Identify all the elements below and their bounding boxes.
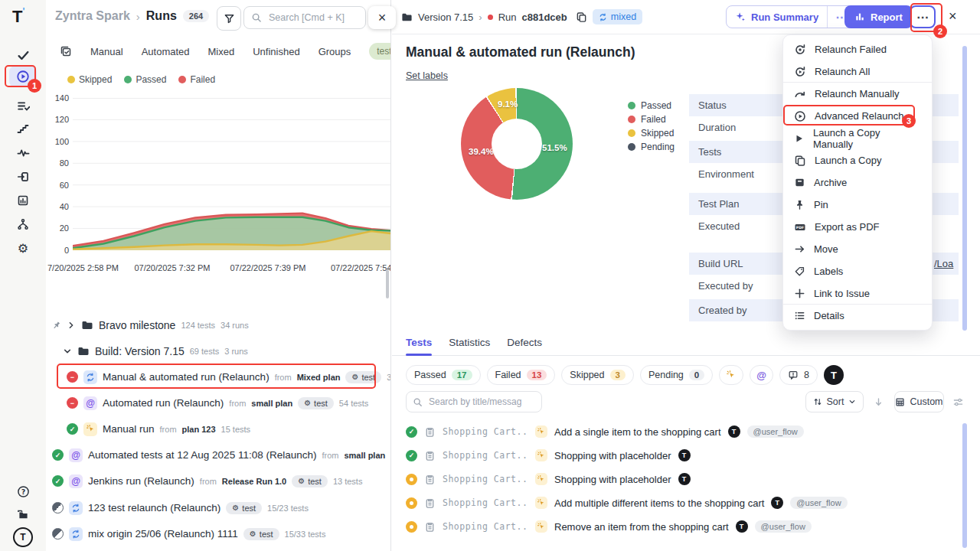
chip-failed[interactable]: Failed13: [487, 365, 556, 385]
test-row[interactable]: ✓ Shopping Cart... Shopping with placeho…: [406, 444, 972, 467]
view-settings-button[interactable]: [949, 391, 966, 412]
runs-search[interactable]: [243, 6, 366, 29]
details-scrollbar[interactable]: [962, 46, 967, 331]
run-version[interactable]: Version 7.15: [418, 11, 473, 23]
test-tag[interactable]: @user_flow: [755, 520, 812, 533]
tree-item-label[interactable]: Build: Version 7.15: [95, 345, 185, 357]
tests-search[interactable]: [406, 391, 542, 412]
suite-name[interactable]: Shopping Cart...: [443, 426, 528, 437]
sidebar-item-pulse[interactable]: [9, 142, 37, 163]
sidebar-item-branches[interactable]: [9, 214, 37, 235]
chip-comments[interactable]: 8: [779, 365, 818, 385]
test-label-badge[interactable]: ⚙test: [345, 371, 381, 383]
test-tag[interactable]: @user_flow: [790, 497, 847, 509]
menu-item-relaunch-all[interactable]: Relaunch All: [783, 60, 932, 83]
chip-skipped[interactable]: Skipped3: [561, 365, 634, 385]
plan-label[interactable]: small plan: [251, 399, 292, 408]
plan-label[interactable]: Release Run 1.0: [222, 477, 286, 486]
suite-name[interactable]: Shopping Cart...: [443, 474, 528, 484]
sort-direction-button[interactable]: [868, 391, 889, 412]
tree-item-label[interactable]: Automated tests at 12 Aug 2025 11:08 (Re…: [88, 449, 316, 461]
test-label-badge[interactable]: ⚙test: [243, 528, 279, 540]
test-row[interactable]: Shopping Cart... Add multiple different …: [406, 491, 972, 514]
select-all-icon[interactable]: [60, 45, 72, 57]
tree-row-run[interactable]: ✓ @ Jenkins run (Relaunch) from Release …: [46, 469, 391, 493]
plan-label[interactable]: small plan: [344, 451, 385, 460]
tab-defects[interactable]: Defects: [507, 337, 542, 348]
build-url-link[interactable]: /Loa: [934, 258, 953, 269]
sidebar-item-milestones[interactable]: [9, 118, 37, 139]
tree-item-label[interactable]: Jenkins run (Relaunch): [88, 475, 194, 487]
test-label-badge[interactable]: ⚙test: [298, 397, 334, 409]
tree-item-label[interactable]: Manual & automated run (Relaunch): [103, 371, 270, 383]
run-summary-button[interactable]: Run Summary: [727, 11, 827, 23]
tests-scrollbar[interactable]: [962, 423, 967, 548]
report-button[interactable]: Report: [844, 5, 913, 28]
chevron-right-icon[interactable]: [67, 321, 76, 330]
tree-row-run[interactable]: ✓ @ Automated tests at 12 Aug 2025 11:08…: [46, 443, 391, 467]
tree-row-run-selected[interactable]: − Manual & automated run (Relaunch) from…: [46, 365, 391, 389]
work-label-badge[interactable]: test work: [369, 43, 391, 60]
menu-item-details[interactable]: Details: [783, 305, 932, 327]
left-panel-scrollbar[interactable]: [386, 269, 389, 298]
sort-button[interactable]: Sort: [805, 391, 864, 412]
tree-item-label[interactable]: mix origin 25/06 (Relaunch) 1111: [88, 528, 238, 540]
copy-icon[interactable]: [576, 11, 587, 23]
tree-row-run[interactable]: − @ Automated run (Relaunch) from small …: [46, 391, 391, 415]
menu-item-relaunch-failed[interactable]: Relaunch Failed: [783, 38, 932, 60]
tree-item-label[interactable]: Manual run: [103, 423, 155, 435]
tree-row-milestone[interactable]: Bravo milestone 124 tests 34 runs: [46, 313, 391, 337]
test-row[interactable]: ✓ Shopping Cart... Add a single item to …: [406, 420, 972, 443]
plan-label[interactable]: Mixed plan: [297, 373, 341, 382]
test-row[interactable]: Shopping Cart... Remove an item from the…: [406, 515, 972, 538]
custom-view-button[interactable]: Custom: [894, 391, 944, 412]
run-more-actions-button[interactable]: ⋯: [910, 5, 936, 28]
tree-item-label[interactable]: Automated run (Relaunch): [103, 397, 224, 409]
sidebar-item-projects[interactable]: [9, 504, 37, 525]
tab-automated[interactable]: Automated: [142, 46, 190, 57]
sidebar-item-help[interactable]: [9, 481, 37, 502]
tree-row-run[interactable]: 123 test relaunch (Relaunch) ⚙test 15/23…: [46, 496, 391, 520]
tab-groups[interactable]: Groups: [318, 46, 351, 57]
tree-row-build[interactable]: Build: Version 7.15 69 tests 3 runs: [46, 339, 391, 363]
menu-item-launch-copy[interactable]: Launch a Copy: [783, 149, 932, 171]
chip-automated-filter[interactable]: @: [750, 365, 773, 385]
tab-statistics[interactable]: Statistics: [449, 337, 490, 348]
chip-pending[interactable]: Pending0: [640, 365, 713, 385]
runs-search-input[interactable]: [267, 11, 358, 24]
sidebar-item-analytics[interactable]: [9, 190, 37, 211]
tree-item-label[interactable]: 123 test relaunch (Relaunch): [88, 502, 220, 514]
set-labels-link[interactable]: Set labels: [406, 70, 448, 81]
menu-item-link-to-issue[interactable]: Link to Issue: [783, 282, 932, 305]
test-title[interactable]: Remove an item from the shopping cart: [554, 521, 729, 533]
tab-mixed[interactable]: Mixed: [208, 46, 235, 57]
tree-row-run[interactable]: ✓ Manual run from plan 123 15 tests: [46, 417, 391, 441]
chevron-down-icon[interactable]: [63, 347, 72, 356]
sidebar-item-settings[interactable]: ⚙: [9, 237, 37, 259]
sidebar-item-plans[interactable]: [9, 95, 37, 116]
menu-item-launch-copy-manually[interactable]: Launch a Copy Manually: [783, 127, 932, 149]
suite-name[interactable]: Shopping Cart...: [443, 497, 528, 508]
menu-item-relaunch-manually[interactable]: Relaunch Manually: [783, 83, 932, 105]
menu-item-archive[interactable]: Archive: [783, 171, 932, 194]
test-label-badge[interactable]: ⚙test: [292, 475, 328, 487]
menu-item-labels[interactable]: Labels: [783, 260, 932, 282]
app-logo-chip[interactable]: T: [824, 365, 844, 385]
sidebar-item-import[interactable]: [9, 166, 37, 187]
filter-button[interactable]: [217, 6, 241, 31]
tree-item-label[interactable]: Bravo milestone: [99, 319, 175, 331]
chip-passed[interactable]: Passed17: [406, 365, 481, 385]
menu-item-pin[interactable]: Pin: [783, 194, 932, 216]
test-label-badge[interactable]: ⚙test: [226, 502, 262, 514]
menu-item-export-pdf[interactable]: Export as PDF: [783, 216, 932, 238]
test-title[interactable]: Add multiple different items to the shop…: [554, 497, 764, 509]
test-title[interactable]: Shopping with placeholder: [554, 450, 671, 461]
menu-item-move[interactable]: Move: [783, 238, 932, 260]
test-tag[interactable]: @user_flow: [747, 425, 804, 438]
test-label-badge[interactable]: ⚙: [390, 449, 391, 461]
tab-tests[interactable]: Tests: [406, 337, 432, 348]
suite-name[interactable]: Shopping Cart...: [443, 450, 528, 461]
close-run-detail-button[interactable]: ×: [949, 8, 957, 24]
breadcrumb-project[interactable]: Zyntra Spark: [55, 9, 130, 23]
plan-label[interactable]: plan 123: [182, 425, 216, 434]
